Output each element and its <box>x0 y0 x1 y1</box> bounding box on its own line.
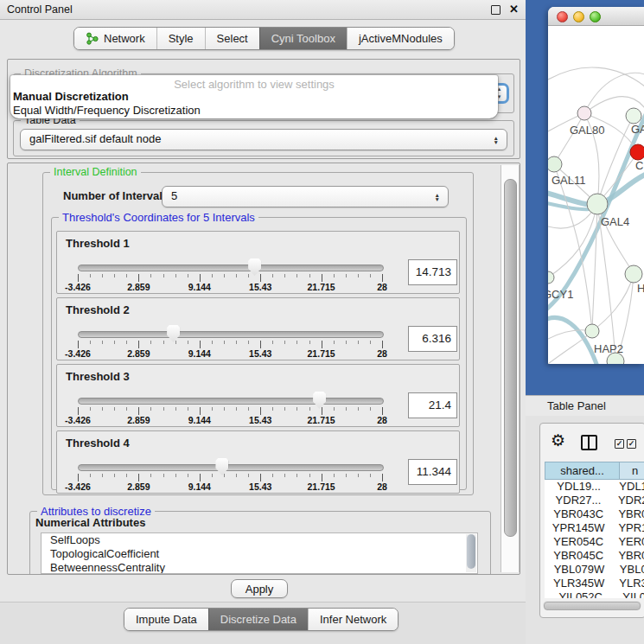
threshold-box: Threshold 4-3.4262.8599.14415.4321.71528… <box>56 430 460 494</box>
tick-label: 28 <box>377 348 387 359</box>
network-node[interactable] <box>625 265 642 283</box>
checkbox-icon[interactable]: ✓ <box>615 439 624 449</box>
numerical-attributes-list[interactable]: SelfLoopsTopologicalCoefficientBetweenne… <box>41 532 478 574</box>
threshold-slider-track[interactable] <box>78 331 384 338</box>
tab-impute-data[interactable]: Impute Data <box>124 609 208 630</box>
tab-infer-network[interactable]: Infer Network <box>308 609 398 630</box>
number-of-intervals-value: 5 <box>163 187 448 206</box>
column-header-shared-name[interactable]: shared... <box>545 462 620 480</box>
threshold-slider-track[interactable] <box>78 464 384 471</box>
table-row[interactable]: YDR27...YDR2 <box>545 494 644 507</box>
table-panel-titlebar: Table Panel <box>526 395 644 417</box>
columns-icon[interactable] <box>581 435 597 450</box>
threshold-slider-track[interactable] <box>78 398 384 405</box>
tab-label: Style <box>169 32 194 45</box>
threshold-slider-thumb[interactable] <box>313 392 326 409</box>
tab-style[interactable]: Style <box>156 28 205 49</box>
threshold-value-field[interactable]: 21.4 <box>408 392 457 418</box>
tab-network[interactable]: Network <box>74 28 156 49</box>
tick-label: 2.859 <box>127 415 150 425</box>
threshold-list: Threshold 1-3.4262.8599.14415.4321.71528… <box>56 231 460 497</box>
number-of-intervals-combobox[interactable]: 5 ▲▼ <box>162 186 449 207</box>
threshold-label: Threshold 3 <box>66 370 130 383</box>
table-row[interactable]: YPR145WYPR1 <box>545 521 644 535</box>
network-node-label: GCY1 <box>548 288 573 301</box>
threshold-label: Threshold 2 <box>66 303 130 316</box>
cell-name: YDR2 <box>612 494 644 507</box>
checkbox-icon[interactable]: ✓ <box>627 439 636 449</box>
gear-icon[interactable]: ⚙ <box>551 430 565 450</box>
attribute-item[interactable]: BetweennessCentrality <box>41 561 477 574</box>
tick-label: 9.144 <box>188 348 211 359</box>
threshold-slider-thumb[interactable] <box>167 325 180 342</box>
table-row[interactable]: YBR043CYBR0 <box>545 507 644 521</box>
tab-label: Discretize Data <box>220 613 296 626</box>
network-node[interactable] <box>587 194 608 214</box>
table-row[interactable]: YBL079WYBL0 <box>545 563 644 577</box>
cell-shared-name: YBR045C <box>545 549 612 563</box>
tick-label: 9.144 <box>188 481 211 492</box>
table-panel-title: Table Panel <box>547 399 606 412</box>
tick-label: 28 <box>377 415 387 425</box>
threshold-slider-thumb[interactable] <box>215 458 228 475</box>
node-table-frame: ⚙ ✓ ✓ shared... n YDL19...YDL1YDR27...YD… <box>539 423 644 618</box>
network-node[interactable] <box>630 144 644 160</box>
threshold-value-field[interactable]: 6.316 <box>408 326 457 352</box>
network-node[interactable] <box>626 108 641 124</box>
table-row[interactable]: YER054CYER0 <box>545 535 644 549</box>
table-header-row: shared... n <box>545 462 644 480</box>
attributes-list-scrollbar[interactable] <box>466 534 476 572</box>
threshold-slider-track[interactable] <box>78 265 384 271</box>
network-node[interactable] <box>548 156 562 172</box>
thresholds-group-label: Threshold's Coordinates for 5 Intervals <box>59 211 258 224</box>
cell-shared-name: YDR27... <box>545 494 612 507</box>
slider-ticks <box>78 274 382 282</box>
network-node[interactable] <box>577 106 591 120</box>
cell-shared-name: YBR043C <box>545 507 612 521</box>
minimize-traffic-light-icon[interactable] <box>573 11 584 22</box>
algorithm-option[interactable]: Equal Width/Frequency Discretization <box>10 104 498 118</box>
threshold-value-field[interactable]: 14.713 <box>408 259 457 285</box>
table-row[interactable]: YIL052CYIL0 <box>545 590 644 598</box>
table-row[interactable]: YLR345WYLR3 <box>545 577 644 590</box>
cell-name: YDL1 <box>613 480 644 494</box>
threshold-slider-thumb[interactable] <box>248 258 261 276</box>
tick-label: 28 <box>377 481 387 492</box>
slider-tick-labels: -3.4262.8599.14415.4321.71528 <box>78 481 382 491</box>
algorithm-option[interactable]: Manual Discretization <box>10 90 498 104</box>
tab-discretize-data[interactable]: Discretize Data <box>208 609 308 630</box>
tab-cyni-toolbox[interactable]: Cyni Toolbox <box>259 28 347 49</box>
slider-tick-labels: -3.4262.8599.14415.4321.71528 <box>78 348 382 358</box>
interval-definition-label: Interval Definition <box>50 166 141 178</box>
slider-tick-labels: -3.4262.8599.14415.4321.71528 <box>78 415 382 424</box>
cell-name: YBL0 <box>614 563 644 577</box>
column-header-name[interactable]: n <box>620 462 644 480</box>
threshold-value-field[interactable]: 11.344 <box>408 459 457 485</box>
table-data-combobox[interactable]: galFiltered.sif default node ▲▼ <box>20 129 507 150</box>
table-row[interactable]: YDL19...YDL1 <box>545 480 644 494</box>
network-node[interactable] <box>585 324 599 338</box>
zoom-traffic-light-icon[interactable] <box>590 11 601 22</box>
settings-scrollbar-thumb[interactable] <box>504 179 517 537</box>
tab-select[interactable]: Select <box>205 28 259 49</box>
tick-label: -3.426 <box>65 348 91 359</box>
table-horizontal-scrollbar[interactable] <box>543 601 641 609</box>
table-panel-area: ⚙ ✓ ✓ shared... n YDL19...YDL1YDR27...YD… <box>526 416 644 644</box>
attribute-item[interactable]: SelfLoops <box>41 533 477 547</box>
attribute-item[interactable]: TopologicalCoefficient <box>41 547 477 561</box>
float-window-icon[interactable] <box>491 5 501 15</box>
close-traffic-light-icon[interactable] <box>557 11 568 22</box>
network-node[interactable] <box>548 271 554 284</box>
tab-jactivemnodules[interactable]: jActiveMNodules <box>347 28 454 49</box>
settings-scrollbar[interactable] <box>501 165 520 572</box>
tick-label: -3.426 <box>65 481 91 492</box>
cyni-mode-tab-bar: Impute DataDiscretize DataInfer Network <box>124 608 399 631</box>
close-icon[interactable]: ✕ <box>509 3 519 16</box>
network-node-label: GA <box>631 123 644 136</box>
tick-label: -3.426 <box>65 415 91 425</box>
cell-shared-name: YIL052C <box>545 590 616 598</box>
table-row[interactable]: YBR045CYBR0 <box>545 549 644 563</box>
network-canvas[interactable]: GAL80GACGAL11GAL4HGCY1HAP2 <box>548 26 644 364</box>
slider-tick-labels: -3.4262.8599.14415.4321.71528 <box>78 282 382 291</box>
apply-button[interactable]: Apply <box>231 579 288 598</box>
